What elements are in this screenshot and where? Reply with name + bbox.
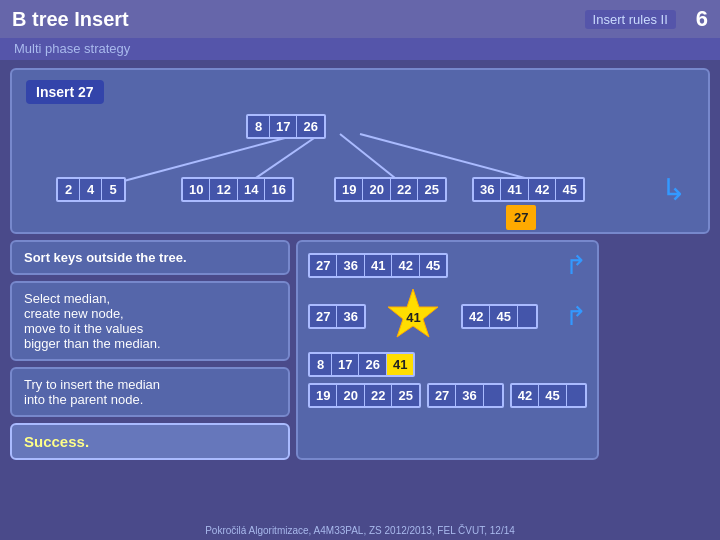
header: B tree Insert Insert rules II 6 [0,0,720,38]
svg-line-3 [360,134,540,182]
child3-node: 19 20 22 25 [334,177,447,202]
insert-tree-panel: Insert 27 8 17 26 2 [10,68,710,234]
select-median-text2: create new node, [24,306,276,321]
sorted-node: 27 36 41 42 45 [308,253,448,278]
footer: Pokročilá Algoritmizace, A4M33PAL, ZS 20… [0,525,720,536]
insert-label: Insert 27 [26,80,104,104]
select-median-panel: Select median, create new node, move to … [10,281,290,361]
parent-node-row: 8 17 26 41 [308,352,587,377]
main-content: Insert 27 8 17 26 2 [0,60,720,468]
bottom-row: Sort keys outside the tree. Select media… [10,240,710,460]
try-insert-text2: into the parent node. [24,392,276,407]
insert-value-node: 27 [506,205,536,230]
svg-line-2 [340,134,400,182]
try-insert-panel: Try to insert the median into the parent… [10,367,290,417]
bottom-node-2: 27 36 [427,383,504,408]
child1-node: 2 4 5 [56,177,126,202]
child4-node: 36 41 42 45 [472,177,585,202]
select-median-text3: move to it the values [24,321,276,336]
median-value: 41 [406,309,420,324]
svg-line-1 [250,134,320,182]
page-title: B tree Insert [12,8,129,31]
select-median-text1: Select median, [24,291,276,306]
insert-rules-label: Insert rules II [585,10,676,29]
root-cell-1: 8 [248,116,270,137]
curvy-arrow-2: ↱ [565,301,587,332]
sort-keys-panel: Sort keys outside the tree. [10,240,290,275]
header-right: Insert rules II 6 [585,6,708,32]
left-split-node: 27 36 [308,304,366,329]
sub-header: Multi phase strategy [0,38,720,60]
svg-line-0 [120,134,300,182]
down-arrow-1: ↳ [661,172,686,207]
bottom-node-3: 42 45 [510,383,587,408]
root-cell-2: 17 [270,116,297,137]
median-starburst: 41 [386,287,441,346]
right-visual-panel: 27 36 41 42 45 ↱ 27 36 [296,240,599,460]
child2-node: 10 12 14 16 [181,177,294,202]
page-number: 6 [696,6,708,32]
right-split-node: 42 45 [461,304,538,329]
success-panel: Success. [10,423,290,460]
bottom-nodes-row: 19 20 22 25 27 36 42 45 [308,383,587,408]
footer-text: Pokročilá Algoritmizace, A4M33PAL, ZS 20… [205,525,515,536]
select-median-text4: bigger than the median. [24,336,276,351]
bottom-node-1: 19 20 22 25 [308,383,421,408]
left-panels: Sort keys outside the tree. Select media… [10,240,290,460]
curvy-arrow-1: ↱ [565,250,587,281]
success-label: Success. [24,433,89,450]
root-cell-3: 26 [297,116,323,137]
parent-node: 8 17 26 41 [308,352,415,377]
sub-header-label: Multi phase strategy [14,41,130,56]
try-insert-text1: Try to insert the median [24,377,276,392]
sort-keys-label: Sort keys outside the tree. [24,250,187,265]
root-node: 8 17 26 [246,114,326,139]
